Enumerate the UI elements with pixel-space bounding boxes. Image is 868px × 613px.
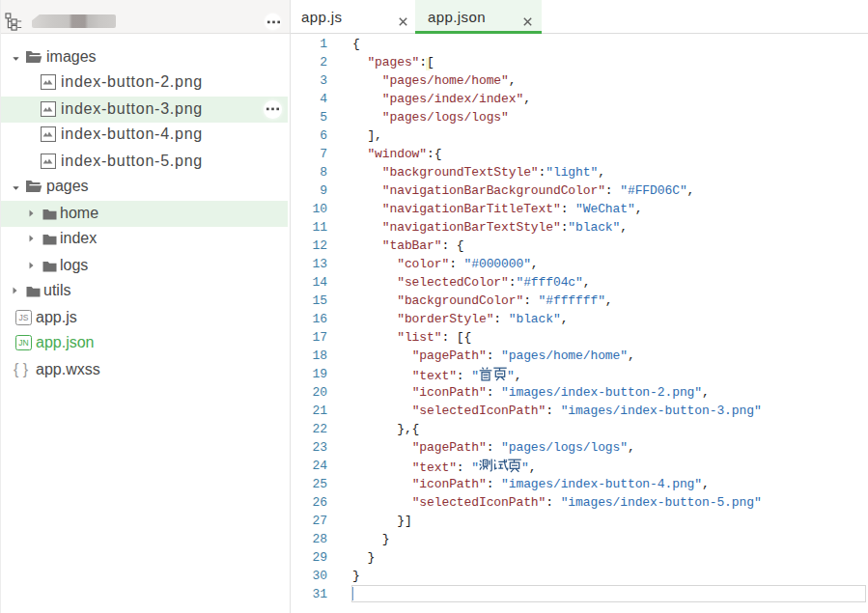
svg-text:JN: JN	[18, 338, 28, 348]
svg-text:JS: JS	[19, 313, 29, 322]
